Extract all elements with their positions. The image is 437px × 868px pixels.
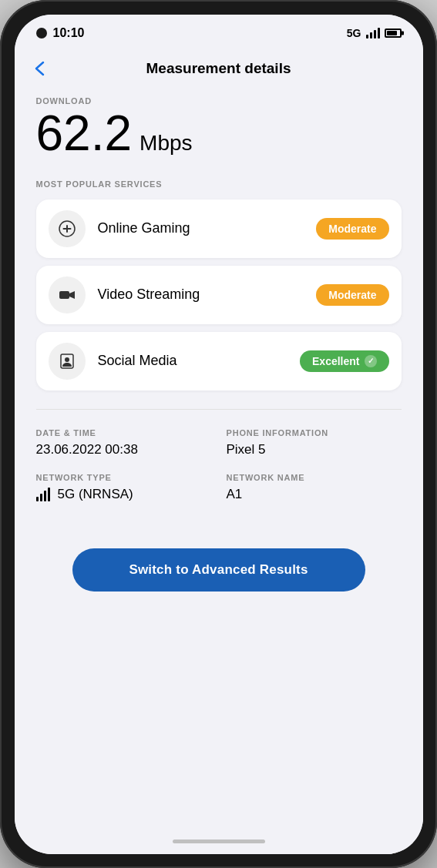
content-area: DOWNLOAD 62.2 Mbps MOST POPULAR SERVICES <box>15 89 423 541</box>
video-service-name: Video Streaming <box>98 287 317 303</box>
status-bar: 10:10 5G <box>15 15 423 49</box>
home-indicator <box>15 829 423 854</box>
gaming-icon <box>58 220 76 238</box>
app-content: Measurement details DOWNLOAD 62.2 Mbps M… <box>15 49 423 829</box>
status-time: 10:10 <box>53 26 85 40</box>
network-bars-icon <box>36 488 50 501</box>
gaming-badge: Moderate <box>316 218 388 240</box>
switch-button-wrap: Switch to Advanced Results <box>15 541 423 604</box>
battery-icon <box>385 28 402 38</box>
gaming-icon-wrap <box>49 210 86 247</box>
services-section: MOST POPULAR SERVICES On <box>36 179 402 390</box>
gaming-service-name: Online Gaming <box>98 220 317 236</box>
download-speed-display: 62.2 Mbps <box>36 109 402 158</box>
service-item-social: Social Media Excellent ✓ <box>36 332 402 390</box>
header: Measurement details <box>15 49 423 89</box>
social-media-icon <box>58 352 76 370</box>
network-type-cell: NETWORK TYPE 5G (NRNSA) <box>36 473 211 502</box>
signal-bar-1 <box>366 35 368 39</box>
camera-dot <box>36 28 47 39</box>
network-name-label: NETWORK NAME <box>227 473 402 482</box>
svg-point-4 <box>69 228 71 230</box>
phone-screen: 10:10 5G <box>15 15 423 854</box>
svg-point-3 <box>62 228 64 230</box>
network-type-label-grid: NETWORK TYPE <box>36 473 211 482</box>
network-name-cell: NETWORK NAME A1 <box>227 473 402 502</box>
back-button[interactable] <box>30 58 53 79</box>
date-time-cell: DATE & TIME 23.06.2022 00:38 <box>36 428 211 457</box>
date-time-value: 23.06.2022 00:38 <box>36 442 211 457</box>
divider <box>36 409 402 410</box>
signal-bar-3 <box>374 30 376 39</box>
status-right: 5G <box>347 27 402 39</box>
service-item-gaming: Online Gaming Moderate <box>36 199 402 258</box>
battery-fill <box>387 31 398 35</box>
home-bar <box>173 840 265 843</box>
network-type-value: 5G (NRNSA) <box>36 487 211 502</box>
date-time-label: DATE & TIME <box>36 428 211 437</box>
phone-frame: 10:10 5G <box>0 0 437 868</box>
social-icon-wrap <box>49 343 86 380</box>
info-grid: DATE & TIME 23.06.2022 00:38 PHONE INFOR… <box>36 428 402 502</box>
phone-info-value: Pixel 5 <box>227 442 402 457</box>
phone-info-cell: PHONE INFORMATION Pixel 5 <box>227 428 402 457</box>
video-icon-wrap <box>49 276 86 313</box>
signal-bar-2 <box>370 32 372 39</box>
speed-number: 62.2 <box>36 109 133 158</box>
page-title: Measurement details <box>146 60 291 77</box>
social-service-name: Social Media <box>98 353 301 369</box>
download-section: DOWNLOAD 62.2 Mbps <box>36 96 402 158</box>
svg-rect-5 <box>59 291 69 299</box>
services-label: MOST POPULAR SERVICES <box>36 179 402 189</box>
network-type-label: 5G <box>347 27 361 39</box>
signal-bar-4 <box>378 28 380 39</box>
download-label: DOWNLOAD <box>36 96 402 106</box>
phone-info-label: PHONE INFORMATION <box>227 428 402 437</box>
video-camera-icon <box>58 286 76 304</box>
excellent-label: Excellent <box>312 355 359 367</box>
signal-icon <box>366 28 380 39</box>
switch-to-advanced-button[interactable]: Switch to Advanced Results <box>72 548 365 592</box>
network-name-value: A1 <box>227 487 402 502</box>
svg-point-7 <box>65 357 69 362</box>
social-badge: Excellent ✓ <box>300 350 388 372</box>
speed-unit: Mbps <box>140 131 192 156</box>
video-badge: Moderate <box>316 284 388 306</box>
check-circle-icon: ✓ <box>365 355 377 367</box>
service-item-video: Video Streaming Moderate <box>36 266 402 324</box>
